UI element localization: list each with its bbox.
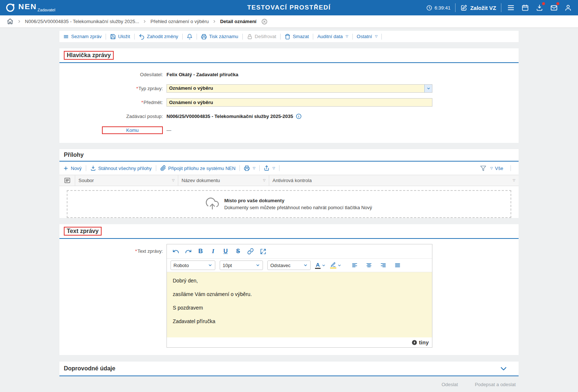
- subject-input[interactable]: [167, 98, 432, 107]
- undo-icon: [139, 33, 145, 40]
- close-circle-icon: [261, 18, 268, 25]
- discard-changes-button[interactable]: Zahodit změny: [139, 33, 178, 40]
- edit-icon: [460, 4, 467, 11]
- divider: [134, 34, 135, 40]
- redo-icon: [185, 248, 192, 255]
- filter-funnel-button[interactable]: [480, 165, 486, 171]
- editor-paragraph: Zadavatel příručka: [173, 318, 426, 324]
- sign-and-send-button[interactable]: Podepsat a odeslat: [475, 382, 516, 387]
- align-center-button[interactable]: [364, 260, 374, 270]
- italic-button[interactable]: I: [208, 247, 218, 256]
- block-format-select[interactable]: Odstavec: [267, 260, 311, 270]
- tiny-branding[interactable]: tiny: [411, 339, 429, 345]
- breadcrumb-item-overview[interactable]: Přehled oznámení o výběru: [150, 19, 209, 24]
- filter-preset-select[interactable]: ▽ Vše: [490, 166, 503, 171]
- align-left-button[interactable]: [350, 260, 360, 270]
- editor-undo-button[interactable]: [171, 247, 181, 256]
- hamburger-icon: [507, 4, 515, 12]
- main-menu-button[interactable]: [506, 3, 516, 12]
- strikethrough-button[interactable]: S: [233, 247, 243, 256]
- calendar-icon: [522, 4, 529, 11]
- subject-row: *Předmět:: [59, 95, 519, 109]
- divider: [156, 165, 156, 171]
- top-bar: NEN Zadavatel TESTOVACÍ PROSTŘEDÍ 6:39:4…: [0, 0, 578, 15]
- attachments-dropzone[interactable]: Místo pro vaše dokumenty Dokumenty sem m…: [67, 190, 511, 218]
- highlighter-icon: [330, 262, 336, 269]
- audit-data-button[interactable]: Auditní data ▽: [317, 34, 348, 39]
- bold-button[interactable]: B: [195, 247, 206, 256]
- insert-link-button[interactable]: [245, 247, 256, 256]
- save-button[interactable]: Uložit: [110, 34, 130, 40]
- column-filter-icon[interactable]: ▽: [513, 179, 515, 182]
- export-button[interactable]: ▽: [264, 165, 275, 171]
- additional-data-section[interactable]: Doprovodné údaje: [59, 362, 519, 376]
- printer-icon: [201, 34, 207, 40]
- dropdown-triangle-icon: ▽: [346, 35, 348, 38]
- editor-redo-button[interactable]: [183, 247, 193, 256]
- underline-button[interactable]: U: [220, 247, 231, 256]
- attachments-section: Přílohy Nový Stáhnout všechny přílohy Př…: [59, 149, 519, 218]
- section-header: Text zprávy: [59, 224, 519, 239]
- download-all-attachments-button[interactable]: Stáhnout všechny přílohy: [90, 165, 152, 171]
- notify-button[interactable]: [187, 34, 193, 40]
- align-left-icon: [351, 262, 358, 269]
- procedure-row: Zadávací postup: N006/25/V00004835 - Tel…: [59, 109, 519, 123]
- nen-brand[interactable]: NEN Zadavatel: [5, 3, 55, 13]
- decrypt-button[interactable]: Dešifrovat: [247, 34, 277, 40]
- downloads-button[interactable]: [535, 3, 544, 12]
- required-marker: *: [135, 248, 137, 254]
- align-justify-button[interactable]: [392, 260, 403, 270]
- align-right-button[interactable]: [378, 260, 388, 270]
- section-title: Přílohy: [64, 152, 84, 158]
- cloud-upload-icon: [206, 197, 219, 211]
- select-dropdown-button[interactable]: [424, 85, 432, 92]
- alignment-group: [350, 260, 403, 270]
- expand-chevron-icon[interactable]: [500, 365, 508, 373]
- fullscreen-button[interactable]: [258, 247, 268, 256]
- font-size-select[interactable]: 10pt: [220, 260, 263, 270]
- other-actions-button[interactable]: Ostatní ▽: [357, 34, 378, 39]
- font-family-select[interactable]: Roboto: [171, 260, 215, 270]
- message-list-button[interactable]: Seznam zpráv: [63, 34, 102, 40]
- close-tab-button[interactable]: [261, 18, 268, 25]
- messages-button[interactable]: [549, 3, 559, 12]
- paperclip-icon: [160, 165, 166, 171]
- highlight-color-button[interactable]: [330, 262, 341, 269]
- column-filter-icon[interactable]: ▽: [172, 179, 175, 182]
- lock-icon: [247, 34, 253, 40]
- profile-button[interactable]: [563, 3, 573, 12]
- editor-content[interactable]: Dobrý den, zasíláme Vám oznámení o výběr…: [167, 272, 432, 337]
- column-header-antivirova-kontrola[interactable]: Antivirová kontrola ▽: [269, 175, 519, 186]
- delete-button[interactable]: Smazat: [285, 34, 309, 40]
- send-button[interactable]: Odeslat: [442, 382, 458, 387]
- plus-icon: [63, 166, 69, 171]
- divider: [511, 165, 511, 171]
- divider: [313, 34, 313, 40]
- recipient-label[interactable]: Komu: [102, 126, 163, 134]
- column-filter-icon[interactable]: ▽: [263, 179, 266, 182]
- new-attachment-button[interactable]: Nový: [63, 166, 82, 171]
- funnel-icon: [480, 165, 486, 171]
- attachments-filter-controls: ▽ Vše: [480, 165, 515, 171]
- topbar-actions: 6:39:41 Založit VZ: [426, 3, 573, 12]
- sender-row: Odesílatel: Felix Okátý - Zadavatel přír…: [59, 67, 519, 81]
- info-icon[interactable]: [296, 113, 302, 119]
- create-vz-button[interactable]: Založit VZ: [460, 4, 496, 11]
- calendar-button[interactable]: [520, 3, 530, 12]
- print-options-button[interactable]: ▽: [244, 165, 255, 171]
- divider: [280, 34, 281, 40]
- column-header-nazev-dokumentu[interactable]: Název dokumentu ▽: [178, 175, 269, 186]
- message-type-select[interactable]: Oznámení o výběru: [167, 84, 432, 93]
- attachments-table-header: Soubor ▽ Název dokumentu ▽ Antivirová ko…: [59, 175, 519, 186]
- breadcrumb-item-procedure[interactable]: N006/25/V00004835 - Telekomunikační služ…: [25, 19, 139, 24]
- attach-from-nen-button[interactable]: Připojit přílohu ze systému NEN: [160, 165, 236, 171]
- chevron-down-icon: [427, 86, 431, 90]
- footer-actions: Odeslat Podepsat a odeslat: [59, 376, 519, 387]
- column-settings-button[interactable]: [59, 175, 75, 186]
- align-justify-icon: [394, 262, 401, 269]
- home-button[interactable]: [7, 18, 14, 25]
- text-color-button[interactable]: A: [315, 262, 326, 269]
- column-header-soubor[interactable]: Soubor ▽: [75, 175, 178, 186]
- editor-paragraph: Dobrý den,: [173, 278, 426, 284]
- print-record-button[interactable]: Tisk záznamu: [201, 34, 238, 40]
